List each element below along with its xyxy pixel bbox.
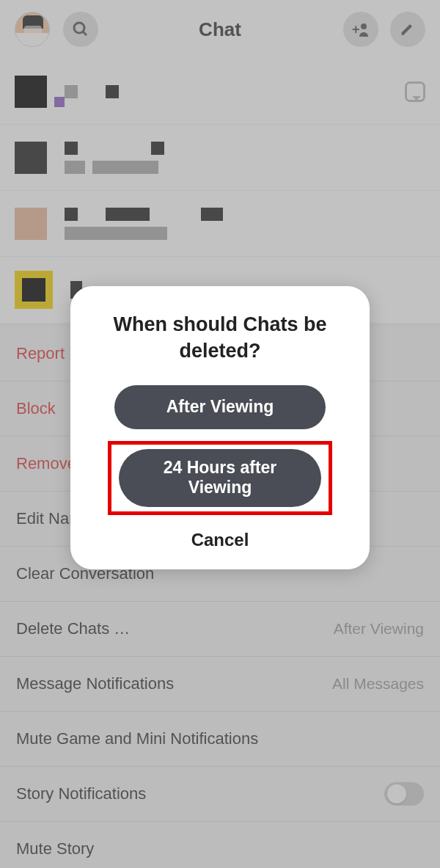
option-label: 24 Hours after Viewing bbox=[133, 458, 307, 498]
modal-title: When should Chats be deleted? bbox=[89, 311, 351, 365]
option-24-hours-after-viewing[interactable]: 24 Hours after Viewing bbox=[119, 449, 321, 507]
cancel-label: Cancel bbox=[191, 530, 249, 550]
highlighted-option: 24 Hours after Viewing bbox=[108, 441, 332, 515]
cancel-button[interactable]: Cancel bbox=[89, 524, 351, 553]
option-label: After Viewing bbox=[166, 397, 274, 417]
option-after-viewing[interactable]: After Viewing bbox=[114, 385, 326, 429]
delete-chats-modal: When should Chats be deleted? After View… bbox=[70, 286, 370, 569]
